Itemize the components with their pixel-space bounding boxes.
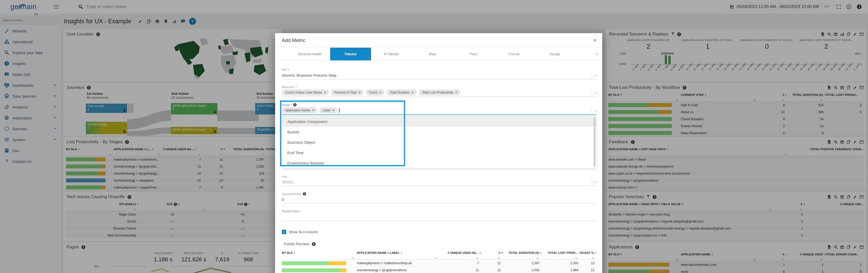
show-sla-label: Show SLA Column xyxy=(289,230,318,234)
info-icon[interactable]: i xyxy=(312,242,316,246)
table-body: makeupbymario > /collections/shop-all 7 … xyxy=(282,260,596,273)
decimal-places-value: 0 xyxy=(282,197,284,201)
dropdown-option[interactable]: Environment Browser xyxy=(282,158,596,168)
modal-title: Add Metric xyxy=(282,37,305,43)
add-metric-modal: Add Metric × General Health Tabular N Ta… xyxy=(275,33,602,273)
info-icon[interactable]: i xyxy=(293,103,297,106)
measures-field: Measures* Count Unique User Name× Percen… xyxy=(282,85,596,97)
show-sla-row: ✓ Show SLA Column xyxy=(282,230,596,234)
kpi-select[interactable]: Generic Business Process Step xyxy=(282,72,596,79)
field-label: KPI xyxy=(282,69,286,72)
decimal-places-field: Decimal Placesi 0 xyxy=(282,192,596,203)
tab-map[interactable]: Map xyxy=(412,48,453,60)
chevron-down-icon[interactable] xyxy=(591,72,596,78)
app-root: germain UX Type or select below 05/03/20… xyxy=(0,0,868,273)
table-row[interactable]: monsterenergy > /ja-jp/promotions/ 11 11… xyxy=(282,267,596,273)
text-cursor xyxy=(339,108,340,113)
pivot-chip[interactable]: Application Name× xyxy=(282,107,317,113)
close-icon[interactable]: × xyxy=(593,37,596,44)
dropdown-option[interactable]: Bucket xyxy=(282,127,596,137)
tab-tabular[interactable]: Tabular xyxy=(330,48,371,60)
portlet-filters-input[interactable] xyxy=(282,213,596,221)
field-label: Measures xyxy=(282,85,294,89)
tab-n-tabular[interactable]: N Tabular xyxy=(371,48,412,60)
measure-chip[interactable]: Total Duration× xyxy=(386,89,416,95)
tabs-more-chevron-icon[interactable]: › xyxy=(596,48,597,60)
preview-heading: Portlet Preview xyxy=(284,242,309,246)
tab-gauge[interactable]: Gauge xyxy=(534,48,575,60)
measures-select[interactable]: Count Unique User Name× Percent of Total… xyxy=(282,89,596,97)
portlet-filters-field: Portlet Filters xyxy=(282,210,596,221)
table-header: BY SLA APPLICATION NAME > LABEL # UNIQUE… xyxy=(282,250,596,256)
unit-field: Unit Select... xyxy=(282,175,596,186)
kpi-field: KPI* Generic Business Process Step xyxy=(282,69,596,79)
pivots-field: Pivots*i Application Name× Label× xyxy=(282,103,596,115)
filter-row[interactable] xyxy=(282,256,596,260)
dropdown-option[interactable]: Business Object xyxy=(282,137,596,147)
measure-chip[interactable]: Count Unique User Name× xyxy=(282,89,329,95)
chip-remove-icon[interactable]: × xyxy=(324,91,326,94)
chip-remove-icon[interactable]: × xyxy=(412,91,413,94)
unit-select[interactable]: Select... xyxy=(282,178,596,186)
field-label: Decimal Places xyxy=(282,192,302,196)
chevron-down-icon[interactable] xyxy=(591,108,596,113)
modal-tabs: General Health Tabular N Tabular Map Flo… xyxy=(275,48,602,61)
tab-general-health[interactable]: General Health xyxy=(289,48,330,60)
pivots-chips: Application Name× Label× xyxy=(282,107,337,113)
dropdown-scrollbar[interactable] xyxy=(594,117,595,167)
pivots-select[interactable]: Application Name× Label× xyxy=(282,106,596,115)
chip-remove-icon[interactable]: × xyxy=(455,91,457,94)
chip-remove-icon[interactable]: × xyxy=(333,109,334,112)
chevron-down-icon[interactable] xyxy=(591,179,596,185)
chip-remove-icon[interactable]: × xyxy=(312,109,314,112)
field-label: Unit xyxy=(282,175,287,178)
show-sla-checkbox[interactable]: ✓ xyxy=(282,230,286,234)
field-label: Pivots xyxy=(282,103,289,106)
measure-chip[interactable]: Total Lost Productivity× xyxy=(419,89,461,95)
modal-header: Add Metric × xyxy=(275,33,602,48)
decimal-places-input[interactable]: 0 xyxy=(282,196,596,203)
tab-flow[interactable]: Flow xyxy=(453,48,494,60)
modal-body: KPI* Generic Business Process Step Measu… xyxy=(275,61,602,273)
measures-chips: Count Unique User Name× Percent of Total… xyxy=(282,89,460,95)
pivot-chip[interactable]: Label× xyxy=(319,107,337,113)
measure-chip[interactable]: Percent of Total× xyxy=(331,89,364,95)
field-label: Portlet Filters xyxy=(282,210,300,213)
unit-placeholder: Select... xyxy=(282,180,296,184)
chip-remove-icon[interactable]: × xyxy=(379,91,381,94)
chip-remove-icon[interactable]: × xyxy=(359,91,361,94)
table-row[interactable]: makeupbymario > /collections/shop-all 7 … xyxy=(282,260,596,267)
chevron-down-icon[interactable] xyxy=(591,90,596,95)
measure-chip[interactable]: Count× xyxy=(366,89,384,95)
info-icon[interactable]: i xyxy=(303,192,306,196)
kpi-value: Generic Business Process Step xyxy=(282,73,336,77)
dropdown-option[interactable]: Application Component xyxy=(282,116,596,127)
dropdown-option[interactable]: End Time xyxy=(282,147,596,158)
tab-funnel[interactable]: Funnel xyxy=(494,48,534,60)
portlet-preview: Portlet Previewi BY SLA APPLICATION NAME… xyxy=(282,242,596,273)
pivots-dropdown: Application Component Bucket Business Ob… xyxy=(282,116,596,168)
